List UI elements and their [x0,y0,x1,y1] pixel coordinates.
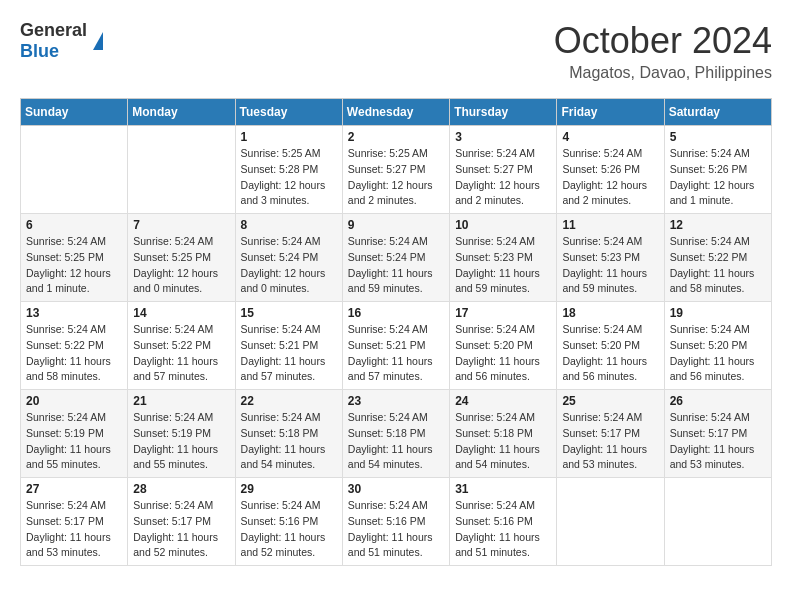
logo: General Blue [20,20,103,62]
day-info: Sunrise: 5:24 AMSunset: 5:21 PMDaylight:… [348,322,444,385]
day-number: 23 [348,394,444,408]
day-info: Sunrise: 5:24 AMSunset: 5:18 PMDaylight:… [241,410,337,473]
calendar-cell: 13Sunrise: 5:24 AMSunset: 5:22 PMDayligh… [21,302,128,390]
weekday-header-saturday: Saturday [664,99,771,126]
day-number: 13 [26,306,122,320]
day-info: Sunrise: 5:24 AMSunset: 5:23 PMDaylight:… [562,234,658,297]
day-info: Sunrise: 5:24 AMSunset: 5:24 PMDaylight:… [241,234,337,297]
day-info: Sunrise: 5:24 AMSunset: 5:17 PMDaylight:… [670,410,766,473]
day-number: 17 [455,306,551,320]
day-info: Sunrise: 5:24 AMSunset: 5:17 PMDaylight:… [133,498,229,561]
calendar-cell: 3Sunrise: 5:24 AMSunset: 5:27 PMDaylight… [450,126,557,214]
day-info: Sunrise: 5:24 AMSunset: 5:16 PMDaylight:… [455,498,551,561]
month-title: October 2024 [554,20,772,62]
day-info: Sunrise: 5:24 AMSunset: 5:22 PMDaylight:… [133,322,229,385]
weekday-header-wednesday: Wednesday [342,99,449,126]
logo-general: General [20,20,87,40]
day-info: Sunrise: 5:24 AMSunset: 5:20 PMDaylight:… [670,322,766,385]
calendar-cell: 26Sunrise: 5:24 AMSunset: 5:17 PMDayligh… [664,390,771,478]
day-info: Sunrise: 5:24 AMSunset: 5:18 PMDaylight:… [348,410,444,473]
calendar-cell: 30Sunrise: 5:24 AMSunset: 5:16 PMDayligh… [342,478,449,566]
weekday-header-tuesday: Tuesday [235,99,342,126]
weekday-header-friday: Friday [557,99,664,126]
day-number: 2 [348,130,444,144]
calendar-cell: 6Sunrise: 5:24 AMSunset: 5:25 PMDaylight… [21,214,128,302]
day-number: 25 [562,394,658,408]
calendar-cell: 28Sunrise: 5:24 AMSunset: 5:17 PMDayligh… [128,478,235,566]
calendar-cell: 25Sunrise: 5:24 AMSunset: 5:17 PMDayligh… [557,390,664,478]
day-info: Sunrise: 5:24 AMSunset: 5:23 PMDaylight:… [455,234,551,297]
calendar-cell: 29Sunrise: 5:24 AMSunset: 5:16 PMDayligh… [235,478,342,566]
day-number: 21 [133,394,229,408]
day-info: Sunrise: 5:24 AMSunset: 5:24 PMDaylight:… [348,234,444,297]
weekday-header-thursday: Thursday [450,99,557,126]
title-block: October 2024 Magatos, Davao, Philippines [554,20,772,82]
day-number: 12 [670,218,766,232]
calendar-cell: 17Sunrise: 5:24 AMSunset: 5:20 PMDayligh… [450,302,557,390]
day-number: 22 [241,394,337,408]
day-number: 30 [348,482,444,496]
day-info: Sunrise: 5:24 AMSunset: 5:20 PMDaylight:… [455,322,551,385]
location: Magatos, Davao, Philippines [554,64,772,82]
day-number: 31 [455,482,551,496]
week-row-4: 20Sunrise: 5:24 AMSunset: 5:19 PMDayligh… [21,390,772,478]
day-number: 6 [26,218,122,232]
day-info: Sunrise: 5:24 AMSunset: 5:26 PMDaylight:… [670,146,766,209]
calendar-cell: 24Sunrise: 5:24 AMSunset: 5:18 PMDayligh… [450,390,557,478]
calendar-cell: 4Sunrise: 5:24 AMSunset: 5:26 PMDaylight… [557,126,664,214]
day-number: 14 [133,306,229,320]
day-info: Sunrise: 5:24 AMSunset: 5:17 PMDaylight:… [26,498,122,561]
day-info: Sunrise: 5:24 AMSunset: 5:26 PMDaylight:… [562,146,658,209]
day-info: Sunrise: 5:24 AMSunset: 5:22 PMDaylight:… [670,234,766,297]
calendar-cell: 9Sunrise: 5:24 AMSunset: 5:24 PMDaylight… [342,214,449,302]
week-row-1: 1Sunrise: 5:25 AMSunset: 5:28 PMDaylight… [21,126,772,214]
day-number: 3 [455,130,551,144]
calendar-cell: 12Sunrise: 5:24 AMSunset: 5:22 PMDayligh… [664,214,771,302]
week-row-3: 13Sunrise: 5:24 AMSunset: 5:22 PMDayligh… [21,302,772,390]
week-row-5: 27Sunrise: 5:24 AMSunset: 5:17 PMDayligh… [21,478,772,566]
day-number: 8 [241,218,337,232]
day-number: 4 [562,130,658,144]
logo-text: General Blue [20,20,87,62]
day-number: 19 [670,306,766,320]
day-number: 7 [133,218,229,232]
weekday-header-row: SundayMondayTuesdayWednesdayThursdayFrid… [21,99,772,126]
calendar-cell: 7Sunrise: 5:24 AMSunset: 5:25 PMDaylight… [128,214,235,302]
day-number: 15 [241,306,337,320]
calendar-cell [557,478,664,566]
logo-blue: Blue [20,41,59,61]
day-number: 11 [562,218,658,232]
week-row-2: 6Sunrise: 5:24 AMSunset: 5:25 PMDaylight… [21,214,772,302]
calendar-cell: 18Sunrise: 5:24 AMSunset: 5:20 PMDayligh… [557,302,664,390]
calendar-cell: 20Sunrise: 5:24 AMSunset: 5:19 PMDayligh… [21,390,128,478]
day-info: Sunrise: 5:24 AMSunset: 5:17 PMDaylight:… [562,410,658,473]
day-number: 26 [670,394,766,408]
calendar-cell [664,478,771,566]
day-number: 16 [348,306,444,320]
day-info: Sunrise: 5:25 AMSunset: 5:27 PMDaylight:… [348,146,444,209]
day-number: 1 [241,130,337,144]
day-number: 29 [241,482,337,496]
day-info: Sunrise: 5:24 AMSunset: 5:20 PMDaylight:… [562,322,658,385]
day-info: Sunrise: 5:25 AMSunset: 5:28 PMDaylight:… [241,146,337,209]
day-number: 9 [348,218,444,232]
calendar-table: SundayMondayTuesdayWednesdayThursdayFrid… [20,98,772,566]
calendar-cell: 14Sunrise: 5:24 AMSunset: 5:22 PMDayligh… [128,302,235,390]
logo-icon [93,32,103,50]
day-info: Sunrise: 5:24 AMSunset: 5:22 PMDaylight:… [26,322,122,385]
day-number: 27 [26,482,122,496]
day-number: 24 [455,394,551,408]
day-number: 10 [455,218,551,232]
day-number: 28 [133,482,229,496]
calendar-cell [21,126,128,214]
day-info: Sunrise: 5:24 AMSunset: 5:16 PMDaylight:… [348,498,444,561]
day-info: Sunrise: 5:24 AMSunset: 5:21 PMDaylight:… [241,322,337,385]
calendar-cell: 21Sunrise: 5:24 AMSunset: 5:19 PMDayligh… [128,390,235,478]
day-info: Sunrise: 5:24 AMSunset: 5:27 PMDaylight:… [455,146,551,209]
day-info: Sunrise: 5:24 AMSunset: 5:18 PMDaylight:… [455,410,551,473]
day-info: Sunrise: 5:24 AMSunset: 5:19 PMDaylight:… [26,410,122,473]
calendar-cell: 16Sunrise: 5:24 AMSunset: 5:21 PMDayligh… [342,302,449,390]
day-number: 20 [26,394,122,408]
day-info: Sunrise: 5:24 AMSunset: 5:19 PMDaylight:… [133,410,229,473]
calendar-cell: 8Sunrise: 5:24 AMSunset: 5:24 PMDaylight… [235,214,342,302]
